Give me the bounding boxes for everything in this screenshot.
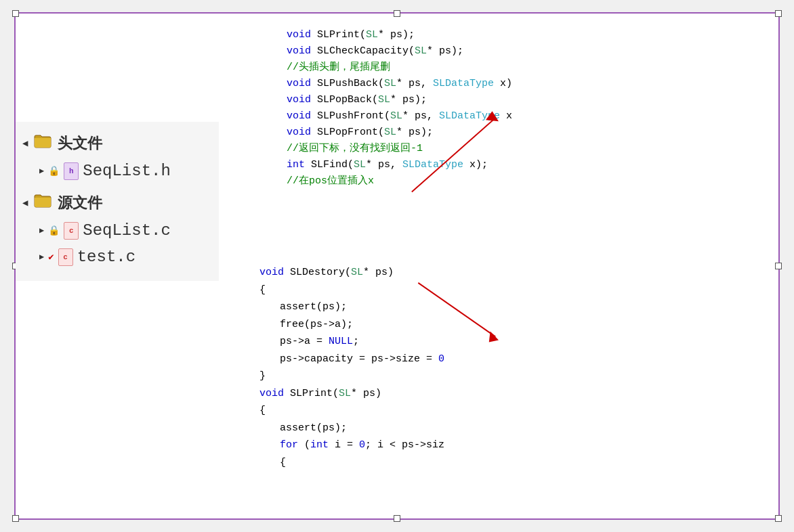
- code-b-line-7: }: [259, 368, 444, 385]
- collapse-arrow-headers: ◀: [22, 137, 28, 149]
- expand-arrow-test-c: ▶: [39, 252, 44, 262]
- code-b-line-6: ps->capacity = ps->size = 0: [259, 351, 444, 368]
- collapse-arrow-sources: ◀: [22, 197, 28, 208]
- headers-label: 头文件: [58, 133, 102, 154]
- tree-item-test-c[interactable]: ▶ ✔ c test.c: [16, 244, 219, 270]
- seqlist-h-label: SeqList.h: [83, 162, 171, 180]
- svg-marker-3: [489, 331, 499, 342]
- seqlist-c-label: SeqList.c: [83, 221, 171, 240]
- code-b-line-2: {: [259, 282, 444, 299]
- code-line-7: void SLPopFront(SL* ps);: [287, 125, 512, 141]
- handle-bot-left[interactable]: [12, 515, 19, 522]
- folder-icon-sources: [33, 192, 52, 213]
- code-b-line-8: void SLPrint(SL* ps): [259, 385, 444, 403]
- checkmark-icon-test-c: ✔: [48, 251, 54, 263]
- file-tree-panel: ◀ 头文件 ▶ 🔒 h SeqList.h ◀: [16, 122, 219, 281]
- code-b-line-9: {: [259, 402, 444, 420]
- code-line-9: int SLFind(SL* ps, SLDataType x);: [287, 157, 512, 173]
- expand-arrow-seqlist-h: ▶: [39, 166, 44, 176]
- handle-top-left[interactable]: [12, 10, 19, 17]
- code-b-line-3: assert(ps);: [259, 298, 444, 316]
- code-line-4: void SLPushBack(SL* ps, SLDataType x): [287, 76, 512, 92]
- code-b-line-5: ps->a = NULL;: [259, 333, 444, 351]
- code-line-2: void SLCheckCapacity(SL* ps);: [287, 43, 512, 60]
- code-line-3: //头插头删，尾插尾删: [287, 60, 512, 76]
- code-b-line-10: assert(ps);: [259, 420, 444, 437]
- code-block-source: void SLDestory(SL* ps) { assert(ps); fre…: [259, 264, 444, 471]
- tree-group-sources[interactable]: ◀ 源文件: [16, 188, 219, 217]
- expand-arrow-seqlist-c: ▶: [39, 225, 44, 236]
- tree-group-headers[interactable]: ◀ 头文件: [16, 129, 219, 158]
- tree-item-seqlist-h[interactable]: ▶ 🔒 h SeqList.h: [16, 158, 219, 184]
- tree-section-sources: ◀ 源文件 ▶ 🔒 c SeqList.c ▶ ✔ c: [16, 188, 219, 270]
- code-b-line-1: void SLDestory(SL* ps): [259, 264, 444, 282]
- folder-icon-headers: [33, 133, 52, 154]
- code-panel: void SLPrint(SL* ps); void SLCheckCapaci…: [219, 14, 778, 518]
- main-window: ◀ 头文件 ▶ 🔒 h SeqList.h ◀: [14, 12, 780, 520]
- code-line-6: void SLPushFront(SL* ps, SLDataType x: [287, 108, 512, 125]
- file-icon-c-seqlist: c: [64, 222, 79, 240]
- lock-icon-seqlist-c: 🔒: [48, 225, 60, 236]
- code-line-10: //在pos位置插入x: [287, 173, 512, 190]
- test-c-label: test.c: [77, 248, 135, 266]
- tree-item-seqlist-c[interactable]: ▶ 🔒 c SeqList.c: [16, 217, 219, 244]
- tree-section-headers: ◀ 头文件 ▶ 🔒 h SeqList.h: [16, 129, 219, 184]
- code-line-1: void SLPrint(SL* ps);: [287, 27, 512, 43]
- code-line-5: void SLPopBack(SL* ps);: [287, 92, 512, 108]
- code-b-line-11: for (int i = 0; i < ps->siz: [259, 437, 444, 454]
- code-b-line-4: free(ps->a);: [259, 316, 444, 334]
- lock-icon-seqlist-h: 🔒: [48, 165, 60, 177]
- file-icon-c-test: c: [58, 248, 73, 266]
- code-b-line-12: {: [259, 454, 444, 472]
- file-icon-h: h: [64, 162, 79, 180]
- code-line-8: //返回下标，没有找到返回-1: [287, 141, 512, 157]
- code-block-header: void SLPrint(SL* ps); void SLCheckCapaci…: [287, 27, 512, 190]
- sources-label: 源文件: [58, 193, 102, 213]
